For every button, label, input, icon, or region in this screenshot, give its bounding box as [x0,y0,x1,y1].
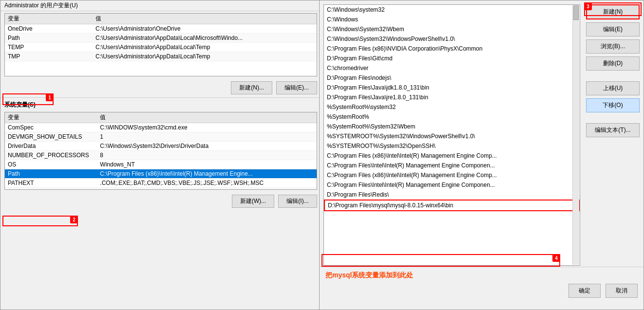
sys-table-row[interactable]: DriverDataC:\Windows\System32\Drivers\Dr… [5,142,317,151]
user-var-value: C:\Users\Administrator\OneDrive [93,24,317,34]
path-edit-button[interactable]: 编辑(E) [586,22,640,36]
sys-table-row[interactable]: NUMBER_OF_PROCESSORS8 [5,151,317,160]
user-var-value: C:\Users\Administrator\AppData\Local\Mic… [93,34,317,43]
user-edit-button[interactable]: 编辑(E)... [276,81,317,94]
path-new-button[interactable]: 新建(N) [586,4,640,19]
sys-var-value: C:\Windows\System32\Drivers\DriverData [97,142,317,151]
scrollbar-thumb[interactable] [573,5,579,20]
system-section-title: 系统变量(S) [4,101,36,108]
sys-var-value: 1 [97,132,317,142]
path-move-up-button[interactable]: 上移(U) [586,81,640,95]
path-list-item[interactable]: %SYSTEMROOT%\System32\WindowsPowerShell\… [324,131,580,141]
sys-col1-header: 变量 [5,112,97,123]
sys-var-value: AMD64 [97,188,317,190]
system-new-button[interactable]: 新建(W)... [232,195,274,208]
sys-var-name: ComSpec [5,123,97,132]
sys-table-row[interactable]: ComSpecC:\WINDOWS\system32\cmd.exe [5,123,317,132]
system-buttons-row: 新建(W)... 编辑(I)... [0,192,321,211]
path-list-item[interactable]: D:\Program Files\Java\jdk1.8.0_131\bin [324,83,580,92]
system-section-header: 系统变量(S) [0,97,321,110]
path-delete-button[interactable]: 删除(D) [586,56,640,71]
path-edit-text-button[interactable]: 编辑文本(T)... [586,123,640,137]
sys-var-name: DriverData [5,142,97,151]
system-edit-button[interactable]: 编辑(I)... [278,195,317,208]
path-list-item[interactable]: %SystemRoot%\System32\Wbem [324,122,580,131]
user-var-value: C:\Users\Administrator\AppData\Local\Tem… [93,43,317,52]
sys-var-name: Path [5,169,97,179]
sys-var-name: PATHEXT [5,179,97,188]
sys-table-row[interactable]: OSWindows_NT [5,160,317,169]
sys-var-name: OS [5,160,97,169]
user-var-name: OneDrive [5,24,93,34]
sys-table-row[interactable]: DEVMGR_SHOW_DETAILS1 [5,132,317,142]
path-list-item[interactable]: D:\Program Files\Git\cmd [324,54,580,63]
path-list-item[interactable]: C:\Program Files (x86)\NVIDIA Corporatio… [324,44,580,54]
user-table-row[interactable]: TEMPC:\Users\Administrator\AppData\Local… [5,43,317,52]
user-variables-table[interactable]: 变量 值 OneDriveC:\Users\Administrator\OneD… [4,13,317,76]
cancel-button[interactable]: 取消 [606,284,638,298]
ok-button[interactable]: 确定 [568,284,601,298]
path-browse-button[interactable]: 浏览(B)... [586,39,640,54]
sys-var-name: NUMBER_OF_PROCESSORS [5,151,97,160]
user-new-button[interactable]: 新建(N)... [231,81,272,94]
user-buttons-row: 新建(N)... 编辑(E)... [0,78,321,97]
sys-var-value: .COM;.EXE;.BAT;.CMD;.VBS;.VBE;.JS;.JSE;.… [97,179,317,188]
bottom-instruction-text: 把mysql系统变量添加到此处 [320,267,644,282]
user-var-value: C:\Users\Administrator\AppData\Local\Tem… [93,52,317,61]
path-list-item[interactable]: %SystemRoot%\system32 [324,102,580,112]
path-list-item[interactable]: C:\Program Files\Intel\Intel(R) Manageme… [324,180,580,190]
system-variables-table[interactable]: 变量 值 ComSpecC:\WINDOWS\system32\cmd.exeD… [4,112,317,190]
user-col2-header: 值 [93,14,317,24]
sys-var-value: Windows_NT [97,160,317,169]
user-section-header: Administrator 的用户变量(U) [0,0,321,11]
path-list-item[interactable]: C:\Program Files\Intel\Intel(R) Manageme… [324,161,580,170]
path-list-item[interactable]: C:\Windows [324,15,580,24]
path-list-item[interactable]: D:\Program Files\nodejs\ [324,73,580,83]
user-var-name: Path [5,34,93,43]
path-dialog: C:\Windows\system32C:\WindowsC:\Windows\… [319,0,644,310]
user-table-row[interactable]: OneDriveC:\Users\Administrator\OneDrive [5,24,317,34]
sys-var-name: PROCESSOR_ARCHITECTURE [5,188,97,190]
path-list-item[interactable]: %SystemRoot% [324,112,580,122]
sys-var-value: C:\WINDOWS\system32\cmd.exe [97,123,317,132]
mysql-path-item[interactable]: D:\Program Files\mysql\mysql-8.0.15-winx… [324,200,580,211]
user-col1-header: 变量 [5,14,93,24]
sys-table-row[interactable]: PROCESSOR_ARCHITECTUREAMD64 [5,188,317,190]
sys-var-name: DEVMGR_SHOW_DETAILS [5,132,97,142]
user-var-name: TMP [5,52,93,61]
path-list-item[interactable]: C:\Windows\System32\WindowsPowerShell\v1… [324,34,580,44]
path-list-item[interactable]: D:\Program Files\Redis\ [324,190,580,200]
user-section-title: Administrator 的用户变量(U) [4,2,78,9]
sys-var-value: C:\Program Files (x86)\Intel\Intel(R) Ma… [97,169,317,179]
annotation-2-num: 2 [70,216,78,223]
path-list-item[interactable]: D:\Program Files\Java\jre1.8.0_131\bin [324,92,580,102]
path-list-item[interactable]: C:\Program Files (x86)\Intel\Intel(R) Ma… [324,170,580,180]
path-list-item[interactable]: C:\chromedriver [324,63,580,73]
sys-var-value: 8 [97,151,317,160]
sys-table-row[interactable]: PATHEXT.COM;.EXE;.BAT;.CMD;.VBS;.VBE;.JS… [5,179,317,188]
path-list-item[interactable]: %SYSTEMROOT%\System32\OpenSSH\ [324,141,580,151]
path-list-item[interactable]: C:\Program Files (x86)\Intel\Intel(R) Ma… [324,151,580,161]
annotation-2-box: 2 [2,216,78,226]
path-move-down-button[interactable]: 下移(O) [586,98,640,112]
user-table-row[interactable]: TMPC:\Users\Administrator\AppData\Local\… [5,52,317,61]
right-buttons-panel: 新建(N) 编辑(E) 浏览(B)... 删除(D) 上移(U) 下移(O) 编… [586,4,640,137]
path-list-item[interactable]: C:\Windows\system32 [324,5,580,15]
dialog-action-buttons: 确定 取消 [320,282,644,300]
path-list-container[interactable]: C:\Windows\system32C:\WindowsC:\Windows\… [323,4,580,266]
scrollbar[interactable] [572,5,579,265]
path-list-item[interactable]: C:\Windows\System32\Wbem [324,24,580,34]
path-dialog-bottom: 把mysql系统变量添加到此处 确定 取消 [320,267,644,310]
env-dialog: Administrator 的用户变量(U) 变量 值 OneDriveC:\U… [0,0,322,310]
user-var-name: TEMP [5,43,93,52]
sys-col2-header: 值 [97,112,317,123]
user-table-row[interactable]: PathC:\Users\Administrator\AppData\Local… [5,34,317,43]
sys-table-row[interactable]: PathC:\Program Files (x86)\Intel\Intel(R… [5,169,317,179]
